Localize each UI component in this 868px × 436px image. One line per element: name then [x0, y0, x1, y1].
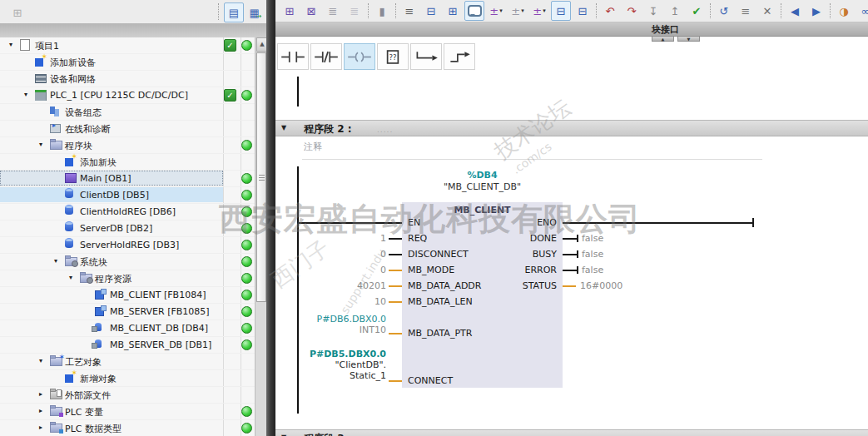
portal-view-icon[interactable]: ▦→ [246, 2, 265, 22]
previous-bookmark-icon[interactable]: ◀ [785, 1, 805, 21]
block-interface-toggle-icon[interactable]: ⊟ [551, 1, 571, 21]
dropdown-arrow-icon[interactable]: ▾ [499, 7, 503, 14]
absolute-operands-icon[interactable]: ±▾ [486, 1, 506, 21]
nc-contact-button[interactable] [310, 43, 342, 70]
interface-collapse-icon[interactable]: ▼ [677, 36, 700, 42]
network-3-header[interactable]: ▼ 程序段 3 : [275, 429, 868, 436]
tree-item[interactable]: ServerDB [DB2] [0, 220, 266, 237]
redo-icon[interactable]: ↷ [622, 1, 642, 21]
tree-item[interactable]: ▸外部源文件 [0, 387, 266, 404]
tree-item[interactable]: ▸PLC 数据类型 [0, 420, 266, 436]
toolbar-separator [830, 3, 831, 18]
tree-item[interactable]: ▸PLC 变量 [0, 404, 266, 420]
symbol-information-icon[interactable]: ±▾ [529, 1, 549, 21]
device-proxy-icon[interactable]: ⊞ [7, 2, 27, 22]
network-overview-icon[interactable]: ≡ [399, 1, 419, 21]
tree-scrollbar[interactable]: ▲ [255, 37, 267, 436]
tree-item-label: MB_SERVER_DB [DB1] [110, 339, 211, 350]
operand-value[interactable]: false [582, 249, 603, 260]
jump-to-error-icon[interactable]: ↺ [714, 1, 734, 21]
tree-item[interactable]: ▾项目1✓ [0, 37, 266, 54]
tree-item[interactable]: MB_CLIENT_DB [DB4] [0, 320, 266, 337]
insert-row-icon[interactable]: ≣ [323, 1, 343, 21]
expander-icon[interactable]: ▾ [67, 274, 75, 281]
operand-value[interactable]: false [582, 233, 603, 244]
tree-item[interactable]: ▾工艺对象 [0, 354, 266, 370]
operand-value[interactable]: 0 [275, 249, 386, 260]
tree-item[interactable]: ClientDB [DB5] [0, 187, 266, 204]
dropdown-arrow-icon[interactable]: ▾ [543, 7, 546, 14]
favorites-toggle-icon[interactable]: ⊟ [573, 1, 593, 21]
open-all-networks-icon[interactable]: ⊟ [421, 1, 441, 21]
interface-expand-icon[interactable]: ▲ [652, 36, 674, 42]
instance-db-name[interactable]: "MB_CLIENT_DB" [402, 181, 563, 192]
coil-button[interactable] [344, 43, 375, 70]
expander-icon[interactable]: ▾ [7, 41, 15, 48]
operand-value[interactable]: "ClientDB". [275, 359, 386, 370]
expander-icon[interactable]: ▾ [52, 257, 60, 265]
next-bookmark-icon[interactable]: ▶ [806, 1, 826, 21]
mb-client-block[interactable] [402, 202, 563, 388]
details-view-icon[interactable]: ▤ [224, 2, 244, 22]
expander-icon[interactable]: ▸ [37, 424, 45, 431]
tree-item[interactable]: ClientHoldREG [DB6] [0, 204, 266, 220]
comment-visibility-icon[interactable]: ±▾ [508, 1, 528, 21]
operand-value[interactable]: 10 [275, 296, 386, 307]
tree-item[interactable]: ▾系统块 [0, 254, 266, 270]
download-icon[interactable]: ↧ [643, 1, 663, 21]
tree-item[interactable]: 添加新块 [0, 154, 266, 171]
operand-value[interactable]: P#DB6.DBX0.0 [275, 314, 386, 325]
address-lines-icon[interactable]: ≡ [736, 1, 756, 21]
tree-item[interactable]: ▾程序块 [0, 137, 266, 154]
tree-item[interactable]: 新增对象 [0, 370, 266, 387]
delete-network-icon[interactable]: ⊠ [301, 1, 321, 21]
no-contact-button[interactable] [277, 43, 309, 70]
operand-value[interactable]: 40201 [275, 280, 386, 291]
operand-value[interactable]: Static_1 [275, 370, 386, 381]
tree-item[interactable]: MB_SERVER [FB1085] [0, 304, 266, 320]
expander-icon[interactable]: ▾ [37, 357, 45, 364]
close-branch-button[interactable] [444, 43, 475, 70]
tree-item[interactable]: 设备和网络 [0, 71, 266, 87]
tree-item[interactable]: 在线和诊断 [0, 121, 266, 137]
operand-value[interactable]: 0 [275, 265, 386, 275]
status-ok-icon [241, 423, 252, 434]
panel-splitter[interactable] [266, 0, 275, 436]
instance-db-number[interactable]: %DB4 [402, 170, 563, 181]
network-comment[interactable]: 注释 [304, 141, 322, 153]
close-all-networks-icon[interactable]: ⊞ [443, 1, 463, 21]
tree-item[interactable]: ▾程序资源 [0, 270, 266, 287]
operand-value[interactable]: false [582, 265, 603, 275]
tree-item[interactable]: MB_CLIENT [FB1084] [0, 287, 266, 304]
expander-icon[interactable]: ▸ [37, 407, 45, 414]
tree-item[interactable]: ServerHoldREG [DB3] [0, 237, 266, 254]
clear-comparison-icon[interactable]: ✕ [757, 1, 777, 21]
accept-changes-icon[interactable]: ✔ [687, 1, 707, 21]
open-branch-button[interactable] [410, 43, 442, 70]
insert-box-icon[interactable]: ≣ [345, 1, 365, 21]
reset-start-values-icon[interactable]: ▮ [372, 1, 392, 21]
collapse-network-icon[interactable]: ▼ [281, 124, 286, 131]
operand-value[interactable]: 1 [275, 233, 386, 244]
dropdown-arrow-icon[interactable]: ▾ [521, 7, 524, 14]
monitoring-glasses-icon[interactable]: ∞ [856, 1, 868, 21]
network-2-header[interactable]: ▼ 程序段 2 : ..... [275, 120, 868, 136]
operand-value[interactable]: 16#0000 [580, 280, 622, 291]
scrollbar-thumb[interactable] [256, 52, 266, 302]
operand-value[interactable]: P#DB5.DBX0.0 [275, 349, 386, 359]
expander-icon[interactable]: ▸ [37, 390, 45, 398]
operand-value[interactable]: INT10 [275, 325, 386, 335]
tree-item[interactable]: MB_SERVER_DB [DB1] [0, 337, 266, 354]
compare-online-icon[interactable]: ◑ [834, 1, 854, 21]
toggle-comments-icon[interactable] [464, 1, 484, 21]
upload-icon[interactable]: ↥ [665, 1, 685, 21]
expander-icon[interactable]: ▾ [22, 91, 30, 98]
expander-icon[interactable]: ▾ [37, 141, 45, 148]
tree-item[interactable]: 设备组态 [0, 104, 266, 121]
undo-icon[interactable]: ↶ [600, 1, 620, 21]
tree-item[interactable]: 添加新设备 [0, 54, 266, 71]
empty-box-button[interactable]: ?? [377, 43, 409, 70]
insert-network-icon[interactable]: ⊞ [280, 1, 300, 21]
tree-item[interactable]: Main [OB1] [0, 171, 266, 187]
tree-item[interactable]: ▾PLC_1 [CPU 1215C DC/DC/DC]✓ [0, 87, 266, 104]
